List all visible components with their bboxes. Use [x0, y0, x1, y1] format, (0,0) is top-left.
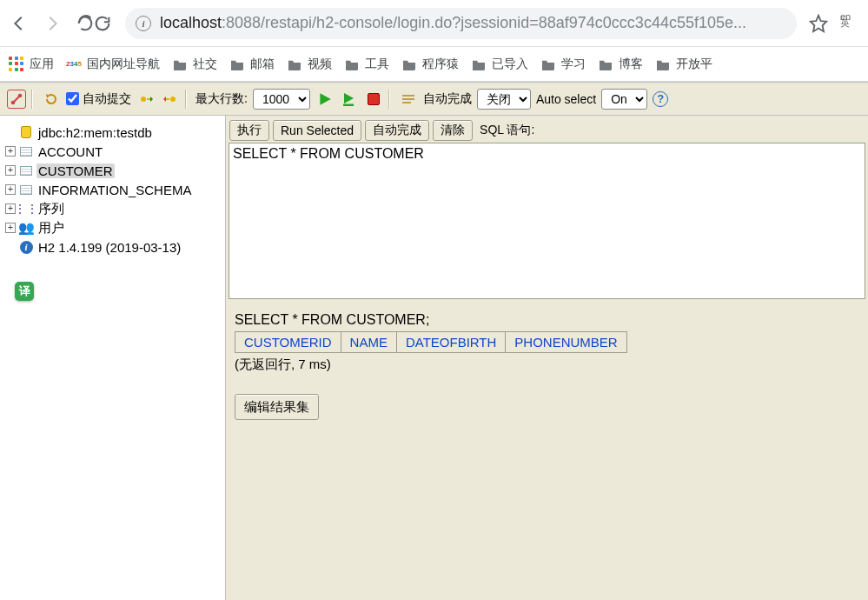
svg-rect-11: [402, 95, 414, 97]
svg-marker-8: [320, 93, 330, 105]
folder-icon: [344, 58, 360, 70]
autocomplete-button[interactable]: 自动完成: [365, 120, 429, 141]
run-selected-button[interactable]: Run Selected: [273, 120, 361, 141]
autocommit-checkbox[interactable]: [66, 92, 79, 105]
folder-icon: [540, 58, 556, 70]
svg-rect-12: [402, 98, 414, 100]
expand-icon[interactable]: +: [5, 184, 16, 195]
bookmark-label: 工具: [365, 57, 389, 72]
stop-icon[interactable]: [364, 90, 383, 109]
browser-chrome: i localhost:8088/restapi/h2-console/logi…: [0, 0, 868, 47]
tree-item[interactable]: +CUSTOMER: [5, 161, 220, 180]
autoselect-select[interactable]: On: [601, 89, 647, 110]
folder-icon: [229, 58, 245, 70]
bookmark-item[interactable]: 工具: [344, 57, 389, 72]
autocomplete-label: 自动完成: [423, 91, 472, 107]
bookmark-star-icon[interactable]: [809, 14, 828, 33]
autocommit-toggle[interactable]: 自动提交: [66, 91, 131, 107]
commit-icon[interactable]: [136, 90, 156, 109]
column-header[interactable]: NAME: [341, 332, 396, 353]
bookmark-item[interactable]: 程序猿: [401, 57, 459, 72]
bookmark-item[interactable]: 开放平: [655, 57, 712, 72]
refresh-icon[interactable]: [42, 90, 61, 109]
tree-version: i H2 1.4.199 (2019-03-13): [5, 237, 220, 257]
table-icon: [19, 163, 33, 177]
autoselect-label: Auto select: [536, 92, 596, 106]
h2-toolbar: 自动提交 最大行数: 1000 自动完成 关闭 Auto select On: [0, 83, 868, 116]
run-selected-icon[interactable]: [340, 90, 359, 109]
expand-icon[interactable]: +: [5, 223, 16, 233]
bookmark-label: 邮箱: [250, 57, 275, 72]
column-header[interactable]: DATEOFBIRTH: [396, 332, 505, 353]
autocomplete-select[interactable]: 关闭: [477, 89, 531, 110]
bookmark-label: 社交: [193, 57, 217, 72]
edit-resultset-button[interactable]: 编辑结果集: [235, 394, 319, 420]
url-text: localhost:8088/restapi/h2-console/login.…: [160, 14, 746, 32]
result-message: (无返回行, 7 ms): [235, 357, 859, 373]
result-area: SELECT * FROM CUSTOMER; CUSTOMERIDNAMEDA…: [226, 300, 868, 600]
database-icon: [21, 126, 31, 138]
svg-rect-13: [402, 102, 411, 103]
tree-version-label: H2 1.4.199 (2019-03-13): [36, 240, 182, 255]
tree-item-label: INFORMATION_SCHEMA: [36, 183, 193, 197]
tree-db[interactable]: jdbc:h2:mem:testdb: [5, 123, 220, 142]
bookmark-label: 博客: [619, 57, 643, 72]
tree-item[interactable]: +INFORMATION_SCHEMA: [5, 180, 220, 199]
bookmark-label: 学习: [561, 57, 586, 72]
tree-panel: jdbc:h2:mem:testdb +ACCOUNT+CUSTOMER+INF…: [0, 116, 226, 600]
run-icon[interactable]: [315, 90, 335, 109]
forward-button: [42, 13, 63, 34]
tree-db-label: jdbc:h2:mem:testdb: [36, 125, 154, 140]
bookmark-label: 应用: [30, 57, 54, 72]
bookmark-item[interactable]: 社交: [172, 57, 217, 72]
bookmark-item[interactable]: 应用: [9, 57, 54, 72]
bookmark-label: 已导入: [492, 57, 528, 72]
tree-item[interactable]: +ACCOUNT: [5, 142, 220, 161]
apps-icon: [9, 57, 24, 72]
bookmark-item[interactable]: 视频: [287, 57, 332, 72]
expand-icon[interactable]: +: [5, 146, 16, 157]
users-icon: 👥: [19, 221, 33, 235]
translate-badge[interactable]: 译: [15, 282, 34, 301]
table-icon: [19, 183, 33, 197]
site-info-icon[interactable]: i: [136, 16, 151, 31]
rollback-icon[interactable]: [161, 90, 180, 109]
bookmark-label: 开放平: [676, 57, 712, 72]
autocommit-label: 自动提交: [83, 91, 131, 107]
bookmarks-bar: 应用2345国内网址导航社交邮箱视频工具程序猿已导入学习博客开放平: [0, 47, 868, 82]
sql-textarea[interactable]: [229, 143, 865, 299]
tree-item[interactable]: +👥用户: [5, 218, 220, 237]
site-icon: 2345: [66, 58, 82, 70]
column-header[interactable]: PHONENUMBER: [506, 332, 626, 353]
svg-rect-10: [343, 103, 354, 106]
svg-marker-5: [150, 97, 153, 102]
back-button[interactable]: [9, 13, 30, 34]
bookmark-label: 视频: [308, 57, 332, 72]
disconnect-icon[interactable]: [7, 90, 26, 109]
bookmark-item[interactable]: 已导入: [471, 57, 528, 72]
sql-statement-label: SQL 语句:: [480, 123, 534, 138]
folder-icon: [287, 58, 302, 70]
bookmark-item[interactable]: 博客: [598, 57, 643, 72]
svg-point-6: [170, 97, 176, 102]
svg-point-2: [18, 93, 23, 97]
tree-item[interactable]: +⋮⋮序列: [5, 199, 220, 218]
expand-icon[interactable]: +: [5, 165, 16, 176]
url-bar[interactable]: i localhost:8088/restapi/h2-console/logi…: [125, 8, 797, 39]
clear-button[interactable]: 清除: [433, 120, 473, 141]
sql-bar: 执行 Run Selected 自动完成 清除 SQL 语句:: [226, 116, 868, 142]
run-button[interactable]: 执行: [229, 120, 269, 141]
maxrows-select[interactable]: 1000: [253, 89, 310, 110]
folder-icon: [598, 58, 613, 70]
column-header[interactable]: CUSTOMERID: [235, 332, 341, 353]
help-icon[interactable]: ?: [653, 91, 668, 107]
table-icon: [19, 144, 33, 158]
bookmark-item[interactable]: 邮箱: [229, 57, 275, 72]
bookmark-item[interactable]: 学习: [540, 57, 586, 72]
h2-console: 自动提交 最大行数: 1000 自动完成 关闭 Auto select On: [0, 82, 868, 600]
folder-icon: [655, 58, 671, 70]
history-icon[interactable]: [399, 90, 418, 109]
translate-extension-icon[interactable]: en英: [840, 14, 859, 33]
bookmark-item[interactable]: 2345国内网址导航: [66, 57, 160, 72]
reload-button[interactable]: [92, 13, 113, 34]
